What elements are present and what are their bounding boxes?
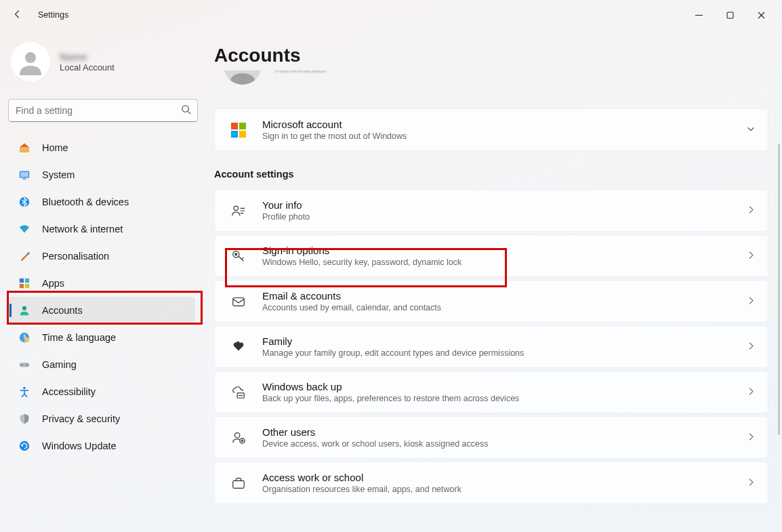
sidebar-item-label: Bluetooth & devices (42, 197, 129, 207)
sidebar-item-label: System (42, 169, 75, 180)
svg-rect-27 (233, 480, 245, 488)
chevron-right-icon (747, 251, 756, 262)
sidebar-item-label: Windows Update (42, 441, 117, 451)
card-subtitle: Manage your family group, edit account t… (262, 348, 747, 358)
clock-globe-icon (18, 331, 31, 344)
svg-point-2 (182, 106, 188, 112)
briefcase-icon (230, 474, 247, 492)
sidebar-item-network[interactable]: Network & internet (8, 216, 195, 243)
chevron-right-icon (747, 296, 756, 307)
svg-point-25 (235, 432, 240, 437)
system-icon (18, 168, 31, 182)
sidebar-item-accounts[interactable]: Accounts (8, 297, 195, 324)
person-icon (18, 304, 31, 317)
scrollbar[interactable] (778, 144, 780, 435)
sidebar-item-privacy[interactable]: Privacy & security (8, 405, 195, 432)
svg-point-15 (22, 365, 23, 366)
sidebar-item-system[interactable]: System (8, 161, 195, 188)
microsoft-logo-icon (230, 121, 247, 139)
card-title: Your info (262, 199, 747, 211)
wifi-icon (18, 222, 31, 236)
mail-icon (230, 293, 247, 310)
card-title: Other users (262, 426, 747, 438)
card-subtitle: Profile photo (262, 212, 747, 222)
card-your-info[interactable]: Your info Profile photo (214, 189, 768, 232)
section-label: Account settings (214, 169, 768, 180)
sidebar-item-home[interactable]: Home (8, 134, 195, 161)
svg-rect-9 (20, 284, 24, 288)
card-subtitle: Back up your files, apps, preferences to… (262, 394, 747, 403)
search-input[interactable] (8, 99, 198, 122)
card-subtitle: Organisation resources like email, apps,… (262, 485, 747, 494)
card-microsoft-account[interactable]: Microsoft account Sign in to get the mos… (214, 108, 768, 151)
account-header: Administrator (224, 70, 768, 89)
family-icon (230, 338, 247, 356)
sidebar-item-label: Accessibility (42, 386, 96, 397)
svg-rect-10 (25, 284, 29, 288)
backup-icon (230, 384, 247, 401)
nav-list: Home System Bluetooth & devices Network … (8, 134, 195, 459)
svg-rect-8 (25, 279, 29, 283)
gamepad-icon (18, 358, 31, 371)
close-button[interactable] (745, 0, 777, 30)
back-button[interactable] (11, 9, 24, 21)
app-title: Settings (38, 10, 68, 20)
minimize-button[interactable] (683, 0, 714, 30)
sidebar-item-label: Time & language (42, 332, 116, 343)
chevron-right-icon (747, 387, 756, 398)
card-work-school[interactable]: Access work or school Organisation resou… (214, 462, 768, 504)
card-family[interactable]: Family Manage your family group, edit ac… (214, 325, 768, 368)
key-icon (230, 247, 247, 265)
sidebar-item-gaming[interactable]: Gaming (8, 351, 195, 378)
sidebar-item-label: Privacy & security (42, 413, 120, 424)
sidebar-item-apps[interactable]: Apps (8, 270, 195, 297)
sidebar-item-bluetooth[interactable]: Bluetooth & devices (8, 188, 195, 216)
account-avatar (224, 70, 262, 85)
card-subtitle: Windows Hello, security key, password, d… (262, 258, 747, 267)
account-role: Administrator (275, 70, 327, 75)
user-role: Local Account (60, 62, 115, 73)
user-block[interactable]: Name Local Account (8, 39, 195, 95)
svg-rect-0 (727, 12, 733, 18)
user-name: Name (60, 51, 115, 62)
chevron-right-icon (747, 342, 756, 352)
svg-rect-23 (233, 298, 245, 306)
sidebar-item-label: Gaming (42, 359, 77, 370)
card-sign-in-options[interactable]: Sign-in options Windows Hello, security … (214, 234, 768, 277)
svg-point-20 (234, 206, 238, 210)
card-subtitle: Sign in to get the most out of Windows (262, 131, 746, 141)
chevron-right-icon (747, 205, 756, 216)
svg-point-16 (26, 365, 28, 366)
card-other-users[interactable]: Other users Device access, work or schoo… (214, 416, 768, 459)
card-subtitle: Device access, work or school users, kio… (262, 439, 747, 449)
sidebar-item-accessibility[interactable]: Accessibility (8, 378, 195, 405)
bluetooth-icon (18, 195, 31, 209)
card-title: Access work or school (262, 472, 747, 483)
sidebar-item-windows-update[interactable]: Windows Update (8, 432, 195, 459)
svg-point-18 (20, 441, 29, 451)
svg-point-13 (24, 337, 29, 342)
add-user-icon (230, 429, 247, 447)
sidebar-item-personalisation[interactable]: Personalisation (8, 243, 195, 270)
sidebar: Name Local Account Home System (0, 30, 203, 532)
shield-icon (18, 412, 31, 426)
card-subtitle: Accounts used by email, calendar, and co… (262, 303, 747, 312)
card-windows-backup[interactable]: Windows back up Back up your files, apps… (214, 371, 768, 413)
svg-point-11 (22, 306, 26, 310)
svg-point-1 (25, 52, 36, 63)
sidebar-item-label: Apps (42, 278, 64, 289)
title-bar: Settings (0, 0, 782, 30)
card-title: Sign-in options (262, 245, 747, 256)
search-box[interactable] (8, 99, 198, 122)
avatar (11, 42, 50, 81)
card-title: Microsoft account (262, 119, 746, 130)
svg-rect-14 (20, 363, 29, 367)
card-email-accounts[interactable]: Email & accounts Accounts used by email,… (214, 280, 768, 323)
svg-rect-4 (20, 172, 28, 177)
search-icon (181, 104, 191, 117)
maximize-button[interactable] (714, 0, 745, 30)
sidebar-item-label: Home (42, 142, 68, 153)
sidebar-item-time-language[interactable]: Time & language (8, 324, 195, 351)
chevron-right-icon (747, 432, 756, 443)
card-title: Email & accounts (262, 290, 747, 302)
